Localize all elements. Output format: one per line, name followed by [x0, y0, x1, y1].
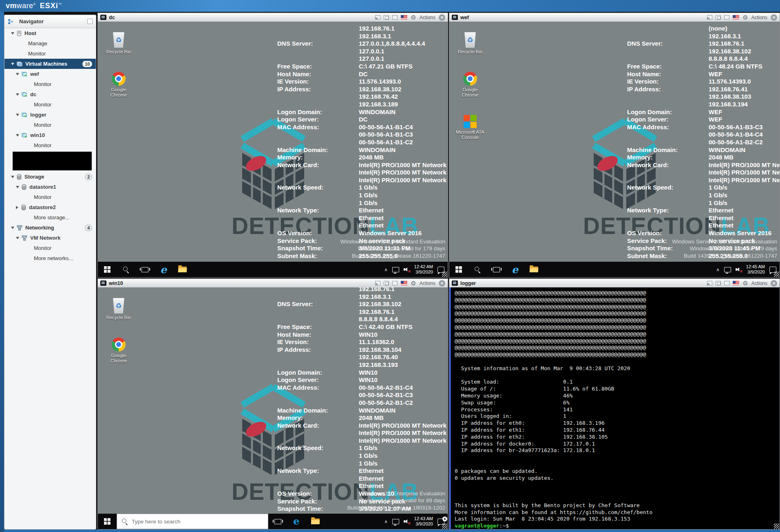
resize-grip[interactable] [442, 272, 447, 277]
actions-menu[interactable]: Actions [751, 280, 767, 286]
console-fit-icon[interactable] [375, 15, 380, 20]
keyboard-layout-flag-icon[interactable] [733, 15, 739, 20]
tray-chevron-up-icon[interactable]: ∧ [716, 267, 719, 272]
sidebar-item-monitor[interactable]: Monitor [4, 120, 96, 130]
start-button[interactable] [98, 514, 117, 529]
desktop-icon-recycle-bin[interactable]: ♻ Recycle Bin [103, 32, 135, 55]
actions-menu[interactable]: Actions [420, 15, 435, 20]
network-tray-icon[interactable] [724, 267, 731, 272]
volume-muted-icon[interactable]: ✕ [404, 519, 410, 524]
taskbar-clock[interactable]: 12:42 AM3/9/2020 [414, 264, 433, 275]
actions-menu[interactable]: Actions [751, 15, 767, 20]
taskbar-clock[interactable]: 12:43 AM3/9/2020 [414, 516, 433, 527]
desktop-icon-recycle-bin[interactable]: ♻ Recycle Bin [454, 32, 486, 55]
console-fit-icon[interactable] [375, 281, 380, 285]
close-icon[interactable]: ✕ [771, 280, 777, 287]
console-fullscreen-icon[interactable] [724, 15, 729, 20]
sidebar-item-host[interactable]: Host [4, 28, 96, 38]
file-explorer-button[interactable] [306, 514, 325, 529]
edge-button[interactable]: e [287, 514, 306, 529]
keyboard-layout-flag-icon[interactable] [401, 15, 407, 20]
desktop-icon-recycle-bin[interactable]: ♻ Recycle Bin [103, 298, 135, 320]
sidebar-item-datastore1[interactable]: datastore1 [4, 182, 96, 192]
console-popout-icon[interactable] [716, 15, 721, 20]
tray-chevron-up-icon[interactable]: ∧ [384, 519, 387, 524]
task-view-button[interactable] [268, 514, 287, 529]
console-fullscreen-icon[interactable] [392, 281, 398, 285]
resize-grip[interactable] [774, 523, 779, 529]
console-popout-icon[interactable] [384, 281, 389, 285]
console-fullscreen-icon[interactable] [392, 15, 398, 20]
resize-grip[interactable] [442, 523, 447, 529]
console-popout-icon[interactable] [716, 281, 721, 285]
sidebar-item-vm-win10[interactable]: win10 [4, 130, 96, 140]
task-view-button[interactable] [487, 262, 506, 277]
vm-console-screen-wef[interactable]: DETECTIONLAB ♻ Recycle Bin Google Chrome… [449, 22, 780, 277]
sidebar-item-monitor[interactable]: Monitor [4, 140, 96, 150]
desktop-icon-google-chrome[interactable]: Google Chrome [103, 72, 135, 98]
desktop-icon-google-chrome[interactable]: Google Chrome [454, 72, 486, 98]
task-view-button[interactable] [135, 262, 154, 277]
gear-icon[interactable]: ⚙ [742, 280, 748, 286]
gear-icon[interactable]: ⚙ [742, 14, 748, 20]
sidebar-item-virtual-machines[interactable]: Virtual Machines 10 [4, 59, 96, 69]
desktop-icon-google-chrome[interactable]: Google Chrome [103, 338, 135, 364]
bginfo-overlay: 192.168.76.1192.168.3.1DNS Server:192.16… [277, 287, 448, 520]
sidebar-item-datastore2[interactable]: datastore2 [4, 202, 96, 212]
sidebar-item-vm-dc[interactable]: dc [4, 89, 96, 99]
panel-pin-icon[interactable] [87, 19, 93, 24]
internet-explorer-button[interactable]: e [154, 262, 173, 277]
chevron-down-icon [16, 73, 19, 75]
sidebar-item-more-networks[interactable]: More networks... [4, 253, 96, 263]
vm-window-titlebar[interactable]: dc ⚙ Actions ✕ [98, 13, 448, 22]
console-fit-icon[interactable] [707, 15, 712, 20]
sidebar-item-monitor[interactable]: Monitor [4, 192, 96, 202]
close-icon[interactable]: ✕ [771, 14, 777, 21]
tray-chevron-up-icon[interactable]: ∧ [384, 267, 387, 272]
sidebar-item-more-storage[interactable]: More storage... [4, 212, 96, 223]
sidebar-item-storage[interactable]: Storage 2 [4, 172, 96, 182]
file-explorer-button[interactable] [173, 262, 192, 277]
search-button[interactable] [117, 262, 135, 277]
keyboard-layout-flag-icon[interactable] [401, 281, 407, 285]
internet-explorer-button[interactable]: e [506, 262, 524, 277]
taskbar-search-input[interactable]: Type here to search [117, 514, 268, 529]
gear-icon[interactable]: ⚙ [411, 14, 416, 20]
close-icon[interactable]: ✕ [439, 14, 445, 21]
vm-console-screen-dc[interactable]: DETECTIONLAB ♻ Recycle Bin Google Chrome… [98, 22, 448, 277]
network-tray-icon[interactable] [392, 519, 399, 524]
start-button[interactable] [449, 262, 468, 277]
sidebar-item-monitor[interactable]: Monitor [4, 49, 96, 59]
vm-console-screen-win10[interactable]: DETECTIONLAB ♻ Recycle Bin Google Chrome… [98, 287, 448, 529]
file-explorer-button[interactable] [524, 262, 543, 277]
desktop-icon-microsoft-ata-console[interactable]: Microsoft ATA Console [454, 115, 486, 140]
volume-muted-icon[interactable]: ✕ [736, 267, 742, 272]
console-fullscreen-icon[interactable] [724, 281, 729, 285]
vm-window-titlebar[interactable]: win10 ⚙ Actions ✕ [98, 279, 448, 288]
sidebar-item-monitor[interactable]: Monitor [4, 243, 96, 253]
sidebar-item-manage[interactable]: Manage [4, 38, 96, 49]
console-fit-icon[interactable] [707, 281, 712, 285]
sidebar-item-vm-network[interactable]: VM Network [4, 233, 96, 243]
vm-window-titlebar[interactable]: logger ⚙ Actions ✕ [449, 279, 780, 288]
gear-icon[interactable]: ⚙ [411, 280, 416, 286]
close-icon[interactable]: ✕ [439, 280, 445, 287]
search-button[interactable] [468, 262, 487, 277]
sidebar-item-vm-logger[interactable]: logger [4, 110, 96, 120]
sidebar-item-networking[interactable]: Networking 4 [4, 223, 96, 233]
vm-window-titlebar[interactable]: wef ⚙ Actions ✕ [449, 13, 780, 22]
vm-console-terminal-logger[interactable]: @@@@@@@@@@@@@@@@@@@@@@@@@@@@@@@@@@@@@@@@… [449, 287, 780, 529]
actions-menu[interactable]: Actions [420, 280, 435, 286]
network-tray-icon[interactable] [392, 267, 399, 272]
sidebar-item-monitor[interactable]: Monitor [4, 99, 96, 110]
navigator-panel: Navigator Host Manage Monitor Virtual Ma… [4, 15, 96, 530]
console-popout-icon[interactable] [384, 15, 389, 20]
keyboard-layout-flag-icon[interactable] [733, 281, 739, 285]
resize-grip[interactable] [774, 272, 779, 277]
start-button[interactable] [98, 262, 117, 277]
sidebar-item-monitor[interactable]: Monitor [4, 79, 96, 89]
volume-muted-icon[interactable]: ✕ [404, 267, 410, 272]
sidebar-item-vm-wef[interactable]: wef [4, 69, 96, 79]
taskbar-clock[interactable]: 12:45 AM3/9/2020 [746, 264, 765, 275]
search-placeholder: Type here to search [132, 519, 180, 525]
